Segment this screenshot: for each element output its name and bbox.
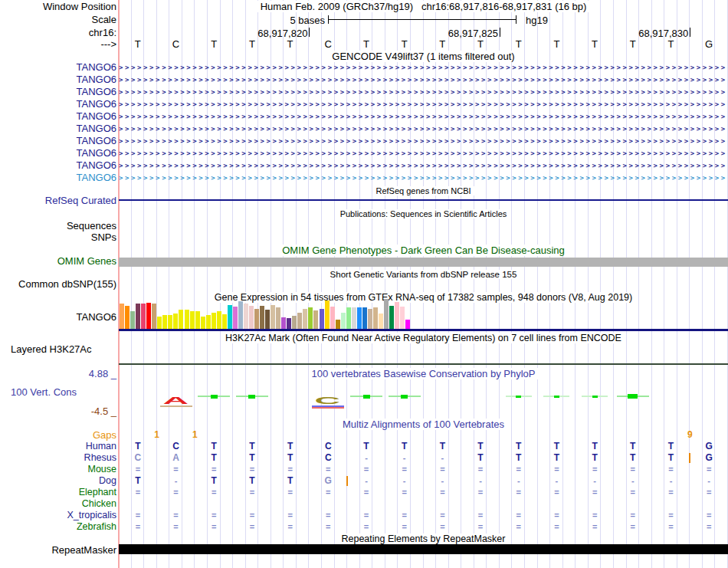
- vert-cons-label[interactable]: 100 Vert. Cons: [11, 387, 77, 398]
- gtex-tissue-bar[interactable]: [341, 313, 346, 329]
- gtex-tissue-bar[interactable]: [136, 304, 140, 329]
- multiz-row-dog[interactable]: T-TTTG----------: [119, 475, 728, 487]
- refseq-curated-label[interactable]: RefSeq Curated: [0, 195, 116, 206]
- gtex-tissue-bar[interactable]: [130, 311, 135, 329]
- gtex-tissue-bar[interactable]: [276, 307, 280, 329]
- gencode-gene-label[interactable]: TANGO6: [0, 74, 116, 85]
- multiz-row-rhesus[interactable]: CATTTC---TTTTTTG: [119, 452, 728, 464]
- gtex-tissue-bar[interactable]: [254, 309, 259, 329]
- snps-label[interactable]: SNPs: [0, 232, 116, 243]
- gtex-tissue-bar[interactable]: [297, 313, 302, 329]
- gtex-tissue-bar[interactable]: [168, 315, 172, 329]
- species-label-x_tropicalis[interactable]: X_tropicalis: [0, 510, 116, 520]
- gtex-tissue-bar[interactable]: [395, 302, 399, 329]
- species-label-rhesus[interactable]: Rhesus: [0, 452, 116, 463]
- gencode-gene-label[interactable]: TANGO6: [0, 148, 116, 159]
- gtex-tissue-bar[interactable]: [125, 306, 130, 329]
- h3k27ac-baseline[interactable]: [119, 363, 728, 365]
- gtex-tissue-bar[interactable]: [336, 320, 340, 329]
- gtex-tissue-bar[interactable]: [303, 309, 307, 329]
- gtex-tissue-bar[interactable]: [233, 307, 238, 329]
- omim-gene-bar[interactable]: [119, 258, 728, 267]
- multiz-row-human[interactable]: TCTTTCTTTTTTTTTG: [119, 441, 728, 452]
- repeatmasker-element-bar[interactable]: [119, 544, 728, 554]
- gtex-tissue-bar[interactable]: [281, 317, 286, 329]
- gtex-tissue-bar[interactable]: [157, 317, 162, 329]
- gencode-transcript-arrows[interactable]: >>>>>>>>>>>>>>>>>>>>>>>>>>>>>>>>>>>>>>>>…: [119, 112, 726, 121]
- gtex-tissue-bar[interactable]: [308, 307, 313, 329]
- gtex-tissue-bar[interactable]: [152, 304, 156, 329]
- multiz-row-mouse[interactable]: ================: [119, 464, 728, 475]
- gtex-tissue-bar[interactable]: [217, 311, 221, 329]
- phylop-wiggle-area[interactable]: AC: [119, 389, 728, 412]
- gencode-gene-label[interactable]: TANGO6: [0, 62, 116, 73]
- gtex-gene-label[interactable]: TANGO6: [0, 312, 116, 323]
- gtex-tissue-bar[interactable]: [368, 309, 372, 329]
- gencode-transcript-arrows[interactable]: >>>>>>>>>>>>>>>>>>>>>>>>>>>>>>>>>>>>>>>>…: [119, 136, 726, 146]
- gtex-tissue-bar[interactable]: [357, 307, 362, 329]
- gtex-tissue-bar[interactable]: [352, 307, 356, 329]
- gtex-tissue-bar[interactable]: [238, 301, 243, 329]
- gtex-tissue-bar[interactable]: [146, 303, 151, 329]
- gtex-tissue-bar[interactable]: [320, 309, 324, 329]
- species-label-mouse[interactable]: Mouse: [0, 464, 116, 474]
- gtex-tissue-bar[interactable]: [362, 307, 367, 329]
- gtex-tissue-bar[interactable]: [190, 311, 195, 329]
- gencode-gene-label[interactable]: TANGO6: [0, 87, 116, 97]
- gtex-tissue-bar[interactable]: [185, 310, 189, 329]
- gtex-tissue-bar[interactable]: [141, 304, 146, 329]
- gencode-gene-label[interactable]: TANGO6: [0, 99, 116, 110]
- common-dbsnp-label[interactable]: Common dbSNP(155): [0, 279, 116, 290]
- gtex-tissue-bar[interactable]: [162, 315, 167, 329]
- gencode-gene-label[interactable]: TANGO6: [0, 172, 116, 183]
- repeatmasker-label[interactable]: RepeatMasker: [0, 545, 116, 556]
- omim-genes-label[interactable]: OMIM Genes: [0, 256, 116, 267]
- gencode-transcript-arrows[interactable]: >>>>>>>>>>>>>>>>>>>>>>>>>>>>>>>>>>>>>>>>…: [119, 75, 726, 84]
- gtex-tissue-bar[interactable]: [271, 305, 275, 329]
- multiz-row-chicken[interactable]: [119, 498, 728, 510]
- gtex-tissue-bar[interactable]: [384, 299, 389, 329]
- gtex-tissue-bar[interactable]: [228, 305, 232, 329]
- gtex-tissue-bar[interactable]: [179, 310, 183, 329]
- gencode-gene-label[interactable]: TANGO6: [0, 111, 116, 122]
- gtex-tissue-bar[interactable]: [346, 307, 351, 329]
- gtex-tissue-bar[interactable]: [173, 314, 178, 329]
- gtex-tissue-bar[interactable]: [244, 304, 248, 329]
- gaps-label[interactable]: Gaps: [0, 430, 116, 441]
- sequences-label[interactable]: Sequences: [0, 221, 116, 231]
- gencode-transcript-arrows[interactable]: >>>>>>>>>>>>>>>>>>>>>>>>>>>>>>>>>>>>>>>>…: [119, 87, 726, 97]
- multiz-row-zebrafish[interactable]: ================: [119, 521, 728, 533]
- gtex-tissue-bar[interactable]: [389, 306, 394, 329]
- gtex-tissue-bar[interactable]: [379, 314, 383, 329]
- gtex-tissue-bar[interactable]: [201, 317, 205, 329]
- layered-h3k27ac-label[interactable]: Layered H3K27Ac: [11, 344, 92, 355]
- gtex-tissue-bar[interactable]: [249, 306, 254, 329]
- species-label-chicken[interactable]: Chicken: [0, 498, 116, 509]
- gtex-tissue-bar[interactable]: [222, 314, 227, 329]
- gtex-tissue-bar[interactable]: [330, 307, 335, 329]
- species-label-dog[interactable]: Dog: [0, 475, 116, 486]
- gtex-tissue-bar[interactable]: [405, 320, 410, 329]
- gencode-gene-label[interactable]: TANGO6: [0, 123, 116, 134]
- gtex-tissue-bar[interactable]: [325, 300, 330, 329]
- gtex-tissue-bar[interactable]: [120, 304, 124, 329]
- species-label-zebrafish[interactable]: Zebrafish: [0, 521, 116, 532]
- gtex-tissue-bar[interactable]: [260, 306, 264, 329]
- gtex-expression-bars[interactable]: [119, 299, 412, 329]
- gencode-transcript-arrows[interactable]: >>>>>>>>>>>>>>>>>>>>>>>>>>>>>>>>>>>>>>>>…: [119, 173, 726, 182]
- multiz-row-x_tropicalis[interactable]: ================: [119, 510, 728, 521]
- gtex-tissue-bar[interactable]: [400, 307, 405, 329]
- gencode-gene-label[interactable]: TANGO6: [0, 160, 116, 171]
- gtex-tissue-bar[interactable]: [265, 310, 270, 329]
- gtex-tissue-bar[interactable]: [206, 315, 211, 329]
- species-label-elephant[interactable]: Elephant: [0, 487, 116, 497]
- gencode-transcript-arrows[interactable]: >>>>>>>>>>>>>>>>>>>>>>>>>>>>>>>>>>>>>>>>…: [119, 149, 726, 158]
- gtex-tissue-bar[interactable]: [195, 311, 200, 329]
- species-label-human[interactable]: Human: [0, 441, 116, 451]
- gtex-tissue-bar[interactable]: [292, 316, 297, 329]
- gencode-transcript-arrows[interactable]: >>>>>>>>>>>>>>>>>>>>>>>>>>>>>>>>>>>>>>>>…: [119, 161, 726, 170]
- gencode-transcript-arrows[interactable]: >>>>>>>>>>>>>>>>>>>>>>>>>>>>>>>>>>>>>>>>…: [119, 100, 726, 109]
- gtex-tissue-bar[interactable]: [287, 318, 291, 329]
- gencode-transcript-arrows[interactable]: >>>>>>>>>>>>>>>>>>>>>>>>>>>>>>>>>>>>>>>>…: [119, 124, 726, 133]
- refseq-curated-gene-line[interactable]: [119, 199, 728, 201]
